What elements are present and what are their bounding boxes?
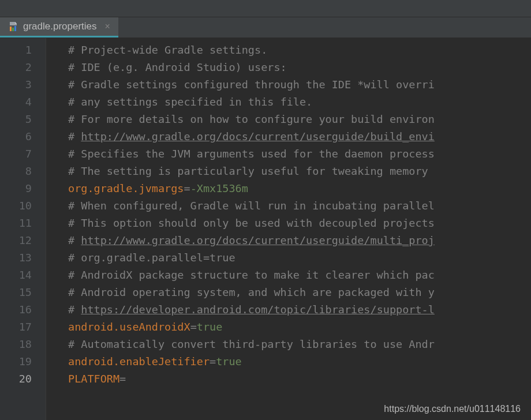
close-icon[interactable]: × (105, 22, 110, 31)
code-link[interactable]: https://developer.android.com/topic/libr… (81, 303, 435, 316)
line-number: 20 (0, 370, 46, 388)
line-number: 8 (0, 163, 46, 180)
line-number: 6 (0, 128, 46, 145)
code-comment: # When configured, Gradle will run in in… (68, 200, 435, 212)
code-line: # org.gradle.parallel=true (68, 249, 531, 267)
code-comment: # AndroidX package structure to make it … (68, 269, 435, 281)
property-key: org.gradle.jvmargs (68, 182, 184, 194)
line-number: 11 (0, 215, 46, 232)
line-number: 16 (0, 301, 46, 318)
property-value: -Xmx1536m (190, 182, 248, 194)
code-line: android.useAndroidX=true (68, 318, 531, 336)
svg-rect-2 (14, 26, 16, 31)
line-number: 14 (0, 267, 46, 284)
line-number: 10 (0, 197, 46, 215)
code-comment: # Project-wide Gradle settings. (68, 44, 267, 56)
code-comment: # For more details on how to configure y… (68, 113, 435, 125)
code-line: # This option should only be used with d… (68, 215, 531, 232)
code-line: # AndroidX package structure to make it … (68, 267, 531, 284)
line-number: 15 (0, 284, 46, 301)
line-number: 5 (0, 111, 46, 128)
code-comment: # any settings specified in this file. (68, 96, 312, 108)
equals-sign: = (190, 321, 197, 333)
svg-rect-0 (10, 27, 12, 31)
code-comment: # Specifies the JVM arguments used for t… (68, 148, 435, 160)
line-number: 7 (0, 145, 46, 163)
line-number: 13 (0, 249, 46, 267)
code-link[interactable]: http://www.gradle.org/docs/current/userg… (81, 130, 435, 142)
svg-rect-1 (12, 28, 14, 31)
line-number: 1 (0, 42, 46, 59)
code-line: # Gradle settings configured through the… (68, 76, 531, 93)
line-number: 3 (0, 76, 46, 93)
code-line: # http://www.gradle.org/docs/current/use… (68, 128, 531, 145)
editor-tab-label: gradle.properties (23, 21, 97, 32)
code-comment: # (68, 303, 81, 316)
code-link[interactable]: http://www.gradle.org/docs/current/userg… (81, 234, 435, 246)
equals-sign: = (119, 373, 126, 385)
code-line: # Automatically convert third-party libr… (68, 336, 531, 353)
code-line: android.enableJetifier=true (68, 353, 531, 370)
property-value: true (197, 321, 223, 333)
code-comment: # This option should only be used with d… (68, 217, 435, 229)
line-number-gutter: 1234567891011121314151617181920 (0, 38, 46, 420)
equals-sign: = (210, 355, 216, 367)
code-comment: # Gradle settings configured through the… (68, 78, 435, 91)
code-line: PLATFORM= (68, 370, 531, 388)
property-key: PLATFORM (68, 373, 119, 385)
code-line: # For more details on how to configure y… (68, 111, 531, 128)
code-comment: # The setting is particularly useful for… (68, 165, 435, 177)
code-comment: # (68, 234, 81, 246)
code-comment: # Android operating system, and which ar… (68, 286, 435, 298)
line-number: 4 (0, 93, 46, 111)
code-line: # When configured, Gradle will run in in… (68, 197, 531, 215)
ide-window: gradle.properties × 12345678910111213141… (0, 0, 531, 420)
code-editor[interactable]: # Project-wide Gradle settings.# IDE (e.… (46, 38, 531, 420)
code-comment: # Automatically convert third-party libr… (68, 338, 435, 350)
code-line: # http://www.gradle.org/docs/current/use… (68, 232, 531, 249)
code-comment: # (68, 130, 81, 142)
code-line: # Project-wide Gradle settings. (68, 42, 531, 59)
line-number: 17 (0, 318, 46, 336)
property-key: android.useAndroidX (68, 321, 190, 333)
line-number: 9 (0, 180, 46, 197)
code-comment: # org.gradle.parallel=true (68, 252, 235, 264)
editor-tab-bar: gradle.properties × (0, 17, 531, 38)
editor-area: 1234567891011121314151617181920 # Projec… (0, 38, 531, 420)
equals-sign: = (184, 182, 190, 194)
code-comment: # IDE (e.g. Android Studio) users: (68, 61, 287, 73)
code-line: # Specifies the JVM arguments used for t… (68, 145, 531, 163)
top-toolbar-area (0, 0, 531, 17)
line-number: 19 (0, 353, 46, 370)
property-key: android.enableJetifier (68, 355, 210, 367)
code-line: # Android operating system, and which ar… (68, 284, 531, 301)
property-value: true (216, 355, 242, 367)
code-line: # any settings specified in this file. (68, 93, 531, 111)
line-number: 12 (0, 232, 46, 249)
code-line: # IDE (e.g. Android Studio) users: (68, 59, 531, 76)
code-line: org.gradle.jvmargs=-Xmx1536m (68, 180, 531, 197)
line-number: 18 (0, 336, 46, 353)
editor-tab-gradle-properties[interactable]: gradle.properties × (0, 17, 118, 38)
watermark-url: https://blog.csdn.net/u011148116 (384, 404, 521, 414)
properties-file-icon (8, 21, 18, 32)
code-line: # The setting is particularly useful for… (68, 163, 531, 180)
code-line: # https://developer.android.com/topic/li… (68, 301, 531, 318)
line-number: 2 (0, 59, 46, 76)
